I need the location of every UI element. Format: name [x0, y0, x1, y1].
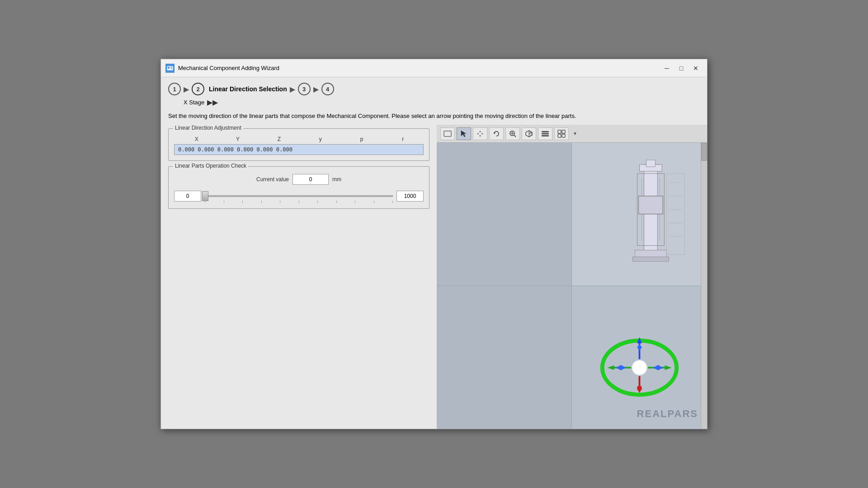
svg-marker-7	[477, 133, 483, 135]
slider-row	[174, 189, 424, 203]
step-arrow-1: ▶	[184, 85, 189, 94]
operation-check-content: Current value mm	[174, 174, 424, 203]
window-controls: ─ □ ✕	[660, 62, 703, 74]
close-button[interactable]: ✕	[689, 62, 703, 74]
step-3[interactable]: 3	[298, 83, 311, 95]
current-value-row: Current value mm	[174, 174, 424, 185]
left-panel: Linear Direction Adjustment X Y Z y p r …	[161, 125, 437, 429]
step-arrow-3: ▶	[313, 85, 319, 94]
current-value-label: Current value	[256, 176, 289, 183]
slider-min-input[interactable]	[174, 191, 201, 202]
tick	[224, 201, 224, 203]
tick	[261, 201, 262, 203]
svg-rect-32	[666, 174, 684, 254]
select-box-button[interactable]	[440, 127, 455, 140]
svg-marker-50	[607, 365, 614, 370]
viewport-toolbar: ▼	[437, 125, 707, 143]
minimize-button[interactable]: ─	[660, 62, 674, 74]
svg-rect-16	[542, 131, 549, 132]
svg-rect-21	[558, 134, 561, 137]
svg-rect-18	[542, 135, 549, 136]
svg-line-10	[514, 135, 516, 137]
instruction-text: Set the moving direction of the linear p…	[161, 110, 707, 125]
window-title: Mechanical Component Adding Wizard	[178, 65, 660, 71]
coord-p: p	[341, 136, 382, 142]
right-panel: ▼	[437, 125, 707, 429]
mechanical-drawing	[572, 143, 707, 285]
tick	[242, 201, 243, 203]
viewport-quadrant-top-right[interactable]	[572, 143, 707, 286]
slider-thumb[interactable]	[202, 191, 208, 201]
current-value-input[interactable]	[292, 174, 329, 185]
tick	[336, 201, 337, 203]
3d-view-button[interactable]	[522, 127, 536, 140]
select-cursor-button[interactable]	[457, 127, 471, 140]
linear-adjustment-title: Linear Direction Adjustment	[173, 125, 243, 131]
viewport-quadrant-top-left[interactable]	[437, 143, 572, 286]
substep-arrows: ▶▶	[207, 98, 218, 107]
linear-direction-adjustment: Linear Direction Adjustment X Y Z y p r	[168, 128, 429, 161]
viewport-grid: REALPARS	[437, 143, 707, 429]
step-label: Linear Direction Selection	[209, 85, 287, 93]
tick	[374, 201, 374, 203]
svg-rect-28	[639, 196, 663, 214]
main-area: Linear Direction Adjustment X Y Z y p r …	[161, 125, 707, 429]
main-window: Mechanical Component Adding Wizard ─ □ ✕…	[160, 59, 708, 429]
svg-marker-42	[637, 344, 642, 351]
tick	[280, 201, 280, 203]
scrollbar-thumb[interactable]	[701, 143, 707, 161]
step-4[interactable]: 4	[321, 83, 334, 95]
svg-rect-17	[542, 133, 549, 134]
svg-marker-45	[637, 385, 642, 393]
linear-operation-check: Linear Parts Operation Check Current val…	[168, 166, 429, 209]
svg-rect-29	[646, 160, 655, 167]
rotate-button[interactable]	[489, 127, 504, 140]
step-bar: 1 ▶ 2 Linear Direction Selection ▶ 3 ▶ 4	[161, 77, 707, 97]
step-arrow-2: ▶	[290, 85, 295, 94]
move-button[interactable]	[473, 127, 487, 140]
coords-value-field[interactable]	[174, 144, 424, 155]
tick	[205, 201, 205, 203]
watermark: REALPARS	[637, 408, 698, 420]
slider-track	[205, 195, 393, 197]
tick	[299, 201, 299, 203]
unit-label: mm	[332, 176, 341, 183]
slider-ticks	[205, 201, 393, 203]
coord-z: Z	[259, 136, 300, 142]
operation-check-title: Linear Parts Operation Check	[173, 163, 248, 169]
coords-header: X Y Z y p r	[174, 136, 424, 142]
window-icon	[165, 64, 175, 73]
svg-rect-4	[444, 131, 451, 136]
tick	[355, 201, 355, 203]
zoom-button[interactable]	[505, 127, 520, 140]
toolbar-dropdown[interactable]: ▼	[571, 127, 580, 140]
svg-rect-31	[633, 257, 669, 262]
slider-container	[205, 189, 393, 203]
slider-max-input[interactable]	[396, 191, 424, 202]
svg-point-39	[632, 360, 647, 375]
svg-marker-48	[653, 365, 663, 370]
viewport-quadrant-bottom-right[interactable]: REALPARS	[572, 286, 707, 429]
svg-rect-19	[558, 130, 561, 133]
viewport-quadrant-bottom-left[interactable]	[437, 286, 572, 429]
coord-x: X	[176, 136, 217, 142]
substep-label: X Stage	[184, 99, 204, 106]
scrollbar-vertical[interactable]	[701, 143, 707, 429]
layout-button[interactable]	[554, 127, 569, 140]
svg-marker-51	[616, 365, 626, 370]
coord-y-lower: y	[300, 136, 341, 142]
step-1[interactable]: 1	[168, 83, 181, 95]
step-2[interactable]: 2	[192, 83, 204, 95]
wizard-content: 1 ▶ 2 Linear Direction Selection ▶ 3 ▶ 4…	[161, 77, 707, 429]
title-bar: Mechanical Component Adding Wizard ─ □ ✕	[161, 59, 707, 77]
list-view-button[interactable]	[538, 127, 552, 140]
svg-rect-22	[562, 134, 565, 137]
svg-rect-20	[562, 130, 565, 133]
navigation-gizmo-svg	[572, 286, 707, 429]
svg-rect-1	[168, 67, 170, 69]
svg-marker-47	[665, 365, 672, 370]
coord-y: Y	[217, 136, 258, 142]
tick	[317, 201, 318, 203]
maximize-button[interactable]: □	[675, 62, 688, 74]
tick	[392, 201, 393, 203]
